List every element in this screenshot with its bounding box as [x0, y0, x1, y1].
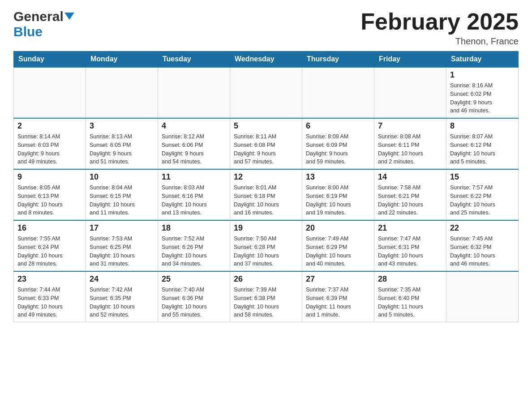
day-number: 10	[90, 172, 154, 182]
calendar-cell: 9Sunrise: 8:05 AMSunset: 6:13 PMDaylight…	[14, 169, 86, 220]
day-number: 24	[90, 274, 154, 284]
day-number: 4	[162, 121, 226, 131]
day-info: Sunrise: 7:45 AMSunset: 6:32 PMDaylight:…	[450, 235, 515, 268]
day-info: Sunrise: 7:47 AMSunset: 6:31 PMDaylight:…	[378, 235, 442, 268]
calendar-table: SundayMondayTuesdayWednesdayThursdayFrid…	[13, 51, 519, 322]
calendar-header-tuesday: Tuesday	[158, 51, 230, 68]
day-info: Sunrise: 8:08 AMSunset: 6:11 PMDaylight:…	[378, 133, 442, 166]
day-number: 15	[450, 172, 515, 182]
day-number: 16	[17, 223, 82, 233]
day-info: Sunrise: 7:50 AMSunset: 6:28 PMDaylight:…	[234, 235, 298, 268]
day-info: Sunrise: 8:12 AMSunset: 6:06 PMDaylight:…	[162, 133, 226, 166]
calendar-cell	[86, 67, 158, 118]
calendar-week-5: 23Sunrise: 7:44 AMSunset: 6:33 PMDayligh…	[14, 271, 519, 322]
day-number: 23	[17, 274, 82, 284]
calendar-cell: 1Sunrise: 8:16 AMSunset: 6:02 PMDaylight…	[446, 67, 519, 118]
calendar-cell: 15Sunrise: 7:57 AMSunset: 6:22 PMDayligh…	[446, 169, 519, 220]
day-number: 7	[378, 121, 442, 131]
calendar-cell: 22Sunrise: 7:45 AMSunset: 6:32 PMDayligh…	[446, 220, 519, 271]
day-number: 9	[17, 172, 82, 182]
calendar-week-3: 9Sunrise: 8:05 AMSunset: 6:13 PMDaylight…	[14, 169, 519, 220]
day-number: 20	[306, 223, 370, 233]
day-number: 3	[90, 121, 154, 131]
logo-blue-text: Blue	[13, 24, 43, 39]
day-info: Sunrise: 7:39 AMSunset: 6:38 PMDaylight:…	[234, 286, 298, 319]
calendar-cell	[14, 67, 86, 118]
title-block: February 2025 Thenon, France	[360, 9, 519, 47]
calendar-cell: 17Sunrise: 7:53 AMSunset: 6:25 PMDayligh…	[86, 220, 158, 271]
calendar-cell: 19Sunrise: 7:50 AMSunset: 6:28 PMDayligh…	[230, 220, 302, 271]
day-info: Sunrise: 8:04 AMSunset: 6:15 PMDaylight:…	[90, 184, 154, 217]
day-number: 6	[306, 121, 370, 131]
day-number: 2	[17, 121, 82, 131]
calendar-cell: 6Sunrise: 8:09 AMSunset: 6:09 PMDaylight…	[302, 118, 374, 169]
calendar-cell: 21Sunrise: 7:47 AMSunset: 6:31 PMDayligh…	[374, 220, 446, 271]
page-header: General Blue February 2025 Thenon, Franc…	[13, 9, 519, 47]
day-number: 1	[450, 70, 515, 80]
calendar-cell: 12Sunrise: 8:01 AMSunset: 6:18 PMDayligh…	[230, 169, 302, 220]
day-number: 18	[162, 223, 226, 233]
calendar-cell: 10Sunrise: 8:04 AMSunset: 6:15 PMDayligh…	[86, 169, 158, 220]
day-info: Sunrise: 7:35 AMSunset: 6:40 PMDaylight:…	[378, 286, 442, 319]
calendar-cell: 28Sunrise: 7:35 AMSunset: 6:40 PMDayligh…	[374, 271, 446, 322]
day-info: Sunrise: 7:44 AMSunset: 6:33 PMDaylight:…	[17, 286, 82, 319]
day-info: Sunrise: 8:14 AMSunset: 6:03 PMDaylight:…	[17, 133, 82, 166]
month-title: February 2025	[360, 9, 519, 34]
day-info: Sunrise: 8:03 AMSunset: 6:16 PMDaylight:…	[162, 184, 226, 217]
calendar-cell: 4Sunrise: 8:12 AMSunset: 6:06 PMDaylight…	[158, 118, 230, 169]
day-number: 26	[234, 274, 298, 284]
day-number: 11	[162, 172, 226, 182]
day-number: 5	[234, 121, 298, 131]
calendar-cell	[302, 67, 374, 118]
day-number: 13	[306, 172, 370, 182]
day-info: Sunrise: 8:16 AMSunset: 6:02 PMDaylight:…	[450, 81, 515, 115]
day-info: Sunrise: 8:05 AMSunset: 6:13 PMDaylight:…	[17, 184, 82, 217]
day-info: Sunrise: 7:49 AMSunset: 6:29 PMDaylight:…	[306, 235, 370, 268]
day-info: Sunrise: 7:55 AMSunset: 6:24 PMDaylight:…	[17, 235, 82, 268]
calendar-cell: 23Sunrise: 7:44 AMSunset: 6:33 PMDayligh…	[14, 271, 86, 322]
day-number: 19	[234, 223, 298, 233]
day-info: Sunrise: 7:42 AMSunset: 6:35 PMDaylight:…	[90, 286, 154, 319]
calendar-cell: 14Sunrise: 7:58 AMSunset: 6:21 PMDayligh…	[374, 169, 446, 220]
day-info: Sunrise: 8:13 AMSunset: 6:05 PMDaylight:…	[90, 133, 154, 166]
day-number: 17	[90, 223, 154, 233]
calendar-cell: 27Sunrise: 7:37 AMSunset: 6:39 PMDayligh…	[302, 271, 374, 322]
day-info: Sunrise: 8:09 AMSunset: 6:09 PMDaylight:…	[306, 133, 370, 166]
logo-general-text: General	[13, 9, 64, 24]
day-number: 8	[450, 121, 515, 131]
logo: General Blue	[13, 9, 74, 39]
day-number: 12	[234, 172, 298, 182]
calendar-cell: 20Sunrise: 7:49 AMSunset: 6:29 PMDayligh…	[302, 220, 374, 271]
calendar-header-row: SundayMondayTuesdayWednesdayThursdayFrid…	[14, 51, 519, 68]
day-info: Sunrise: 7:37 AMSunset: 6:39 PMDaylight:…	[306, 286, 370, 319]
calendar-header-friday: Friday	[374, 51, 446, 68]
calendar-header-sunday: Sunday	[14, 51, 86, 68]
calendar-cell: 11Sunrise: 8:03 AMSunset: 6:16 PMDayligh…	[158, 169, 230, 220]
day-info: Sunrise: 7:58 AMSunset: 6:21 PMDaylight:…	[378, 184, 442, 217]
calendar-week-1: 1Sunrise: 8:16 AMSunset: 6:02 PMDaylight…	[14, 67, 519, 118]
day-number: 22	[450, 223, 515, 233]
calendar-cell	[446, 271, 519, 322]
calendar-cell: 5Sunrise: 8:11 AMSunset: 6:08 PMDaylight…	[230, 118, 302, 169]
day-info: Sunrise: 8:07 AMSunset: 6:12 PMDaylight:…	[450, 133, 515, 166]
calendar-cell: 24Sunrise: 7:42 AMSunset: 6:35 PMDayligh…	[86, 271, 158, 322]
day-info: Sunrise: 8:00 AMSunset: 6:19 PMDaylight:…	[306, 184, 370, 217]
calendar-cell: 13Sunrise: 8:00 AMSunset: 6:19 PMDayligh…	[302, 169, 374, 220]
day-number: 25	[162, 274, 226, 284]
day-number: 28	[378, 274, 442, 284]
calendar-week-4: 16Sunrise: 7:55 AMSunset: 6:24 PMDayligh…	[14, 220, 519, 271]
calendar-cell: 3Sunrise: 8:13 AMSunset: 6:05 PMDaylight…	[86, 118, 158, 169]
svg-marker-0	[64, 13, 74, 20]
calendar-cell: 26Sunrise: 7:39 AMSunset: 6:38 PMDayligh…	[230, 271, 302, 322]
calendar-cell	[374, 67, 446, 118]
calendar-cell	[158, 67, 230, 118]
calendar-header-monday: Monday	[86, 51, 158, 68]
logo-arrow-icon	[64, 13, 74, 22]
calendar-cell: 25Sunrise: 7:40 AMSunset: 6:36 PMDayligh…	[158, 271, 230, 322]
day-number: 14	[378, 172, 442, 182]
calendar-cell: 18Sunrise: 7:52 AMSunset: 6:26 PMDayligh…	[158, 220, 230, 271]
day-info: Sunrise: 7:52 AMSunset: 6:26 PMDaylight:…	[162, 235, 226, 268]
calendar-week-2: 2Sunrise: 8:14 AMSunset: 6:03 PMDaylight…	[14, 118, 519, 169]
calendar-cell: 2Sunrise: 8:14 AMSunset: 6:03 PMDaylight…	[14, 118, 86, 169]
calendar-header-thursday: Thursday	[302, 51, 374, 68]
